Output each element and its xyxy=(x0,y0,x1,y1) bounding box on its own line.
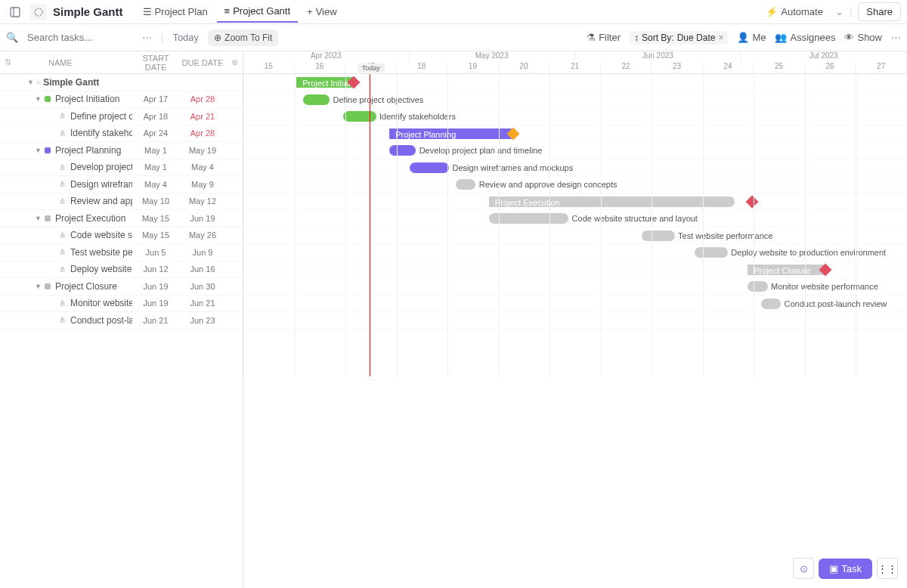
task-name[interactable]: Project Closure xyxy=(55,281,117,292)
apps-button[interactable]: ⋮⋮ xyxy=(877,558,898,579)
expand-icon[interactable]: ▼ xyxy=(35,95,42,103)
sidebar-toggle-icon[interactable] xyxy=(6,3,24,21)
start-date-cell[interactable]: Jun 19 xyxy=(132,282,179,291)
start-date-cell[interactable]: Jun 21 xyxy=(132,316,179,325)
gantt-bar[interactable]: Project Execution xyxy=(489,197,735,207)
column-due-header[interactable]: Due Date xyxy=(179,58,226,67)
gantt-bar[interactable]: Project Planning xyxy=(389,128,515,139)
task-name[interactable]: Project Initiation xyxy=(55,94,119,104)
due-date-cell[interactable]: Apr 28 xyxy=(179,94,226,104)
assignees-button[interactable]: 👥 Assignees xyxy=(775,32,835,43)
task-name[interactable]: Identify stakeholders xyxy=(70,128,132,138)
start-date-cell[interactable]: May 10 xyxy=(132,197,179,206)
table-row[interactable]: ▼Project InitiationApr 17Apr 28 xyxy=(0,91,243,109)
due-date-cell[interactable]: May 4 xyxy=(179,162,226,172)
more-icon[interactable]: ⋯ xyxy=(142,32,152,43)
timeline-row[interactable]: Design wireframes and mockups xyxy=(243,159,907,177)
expand-icon[interactable]: ▼ xyxy=(35,283,42,290)
table-row[interactable]: ⋔Identify stakeholdersApr 24Apr 28 xyxy=(0,125,243,143)
space-icon[interactable] xyxy=(30,4,47,20)
sort-chip[interactable]: ↕ Sort By: Due Date × xyxy=(630,31,728,45)
due-date-cell[interactable]: Jun 9 xyxy=(179,248,226,257)
new-task-button[interactable]: ▣ Task xyxy=(819,559,872,579)
table-row[interactable]: ⋔Develop project plan and timelineMay 1M… xyxy=(0,159,243,177)
gantt-bar[interactable] xyxy=(695,247,728,258)
task-name[interactable]: Deploy website to production environment xyxy=(70,264,132,274)
tab-project-gantt[interactable]: ≡ Project Gantt xyxy=(217,1,298,23)
timeline-row[interactable]: Define project objectives xyxy=(243,91,907,109)
timeline-row[interactable]: Project Planning xyxy=(243,125,907,143)
record-button[interactable]: ⊙ xyxy=(793,558,814,579)
gantt-bar[interactable] xyxy=(748,281,767,292)
table-row[interactable]: ▼Project PlanningMay 1May 19 xyxy=(0,142,243,159)
gantt-bar[interactable] xyxy=(343,111,376,122)
task-name[interactable]: Review and approve design concepts xyxy=(70,196,132,206)
expand-collapse-icon[interactable]: ⇅ xyxy=(0,57,15,67)
add-column-button[interactable]: ⊕ xyxy=(226,57,243,67)
expand-icon[interactable]: ▼ xyxy=(35,215,42,222)
zoom-fit-button[interactable]: ⊕ Zoom To Fit xyxy=(208,29,278,46)
start-date-cell[interactable]: May 15 xyxy=(132,214,179,223)
start-date-cell[interactable]: Apr 17 xyxy=(132,94,179,104)
timeline-row[interactable]: Monitor website performance xyxy=(243,278,907,296)
table-row[interactable]: ⋔Conduct post-launch reviewJun 21Jun 23 xyxy=(0,312,243,330)
space-title[interactable]: Simple Gantt xyxy=(53,5,123,18)
start-date-cell[interactable]: Jun 5 xyxy=(132,248,179,257)
gantt-bar[interactable] xyxy=(410,162,450,173)
due-date-cell[interactable]: Jun 30 xyxy=(179,282,226,291)
due-date-cell[interactable]: May 26 xyxy=(179,231,226,240)
automate-button[interactable]: ⚡ Automate xyxy=(760,3,829,20)
expand-icon[interactable]: ▼ xyxy=(27,79,34,86)
timeline-row[interactable] xyxy=(243,312,907,330)
table-row[interactable]: ⋔Design wireframes and mockupsMay 4May 9 xyxy=(0,176,243,193)
gantt-timeline-panel[interactable]: Apr 2023May 2023Jun 2023Jul 2023 1516171… xyxy=(243,51,907,588)
due-date-cell[interactable]: Apr 21 xyxy=(179,112,226,121)
me-button[interactable]: 👤 Me xyxy=(737,32,766,43)
table-row[interactable]: ▼Project ExecutionMay 15Jun 19 xyxy=(0,210,243,227)
table-row[interactable]: ▼Project ClosureJun 19Jun 30 xyxy=(0,278,243,296)
start-date-cell[interactable]: May 1 xyxy=(132,162,179,172)
timeline-row[interactable]: Test website performance xyxy=(243,227,907,245)
start-date-cell[interactable]: Jun 12 xyxy=(132,265,179,274)
gantt-bar[interactable] xyxy=(761,299,781,309)
add-view-button[interactable]: + View xyxy=(299,1,345,23)
column-name-header[interactable]: Name xyxy=(15,58,132,67)
task-name[interactable]: Define project objectives xyxy=(70,111,132,122)
due-date-cell[interactable]: May 12 xyxy=(179,197,226,206)
table-row[interactable]: ⋔Review and approve design conceptsMay 1… xyxy=(0,193,243,211)
clear-sort-icon[interactable]: × xyxy=(718,32,723,43)
start-date-cell[interactable]: May 4 xyxy=(132,180,179,189)
timeline-row[interactable]: Identify stakeholders xyxy=(243,108,907,125)
more-options-icon[interactable]: ⋯ xyxy=(891,32,901,43)
due-date-cell[interactable]: Jun 19 xyxy=(179,214,226,223)
due-date-cell[interactable]: May 19 xyxy=(179,146,226,155)
tab-project-plan[interactable]: ☰ Project Plan xyxy=(135,1,215,23)
table-row[interactable]: ⋔Test website performanceJun 5Jun 9 xyxy=(0,244,243,262)
start-date-cell[interactable]: May 1 xyxy=(132,146,179,155)
today-button[interactable]: Today xyxy=(172,32,199,43)
start-date-cell[interactable]: Apr 18 xyxy=(132,112,179,121)
task-name[interactable]: Project Execution xyxy=(55,213,125,224)
expand-icon[interactable]: ▼ xyxy=(35,147,42,154)
timeline-row[interactable]: Project Initiation xyxy=(243,74,907,91)
gantt-bar[interactable] xyxy=(489,213,568,224)
show-button[interactable]: 👁 Show xyxy=(844,32,882,43)
milestone-diamond[interactable] xyxy=(746,195,759,208)
search-icon[interactable]: 🔍 xyxy=(6,32,18,43)
task-name[interactable]: Simple Gantt xyxy=(43,77,99,88)
gantt-bar[interactable] xyxy=(456,179,475,190)
task-name[interactable]: Project Planning xyxy=(55,145,121,156)
task-name[interactable]: Test website performance xyxy=(70,247,132,258)
table-row[interactable]: ⋔Monitor website performanceJun 19Jun 21 xyxy=(0,296,243,313)
task-name[interactable]: Develop project plan and timeline xyxy=(70,162,132,172)
due-date-cell[interactable]: Apr 28 xyxy=(179,128,226,138)
due-date-cell[interactable]: Jun 16 xyxy=(179,265,226,274)
timeline-row[interactable]: Conduct post-launch review xyxy=(243,296,907,313)
gantt-bar[interactable] xyxy=(642,231,675,241)
timeline-row[interactable]: Project Closure xyxy=(243,262,907,279)
timeline-row[interactable]: Code website structure and layout xyxy=(243,210,907,227)
table-row[interactable]: ▼▫Simple Gantt xyxy=(0,74,243,91)
task-name[interactable]: Design wireframes and mockups xyxy=(70,179,132,190)
task-name[interactable]: Code website structure and layout xyxy=(70,230,132,240)
share-button[interactable]: Share xyxy=(858,2,901,21)
